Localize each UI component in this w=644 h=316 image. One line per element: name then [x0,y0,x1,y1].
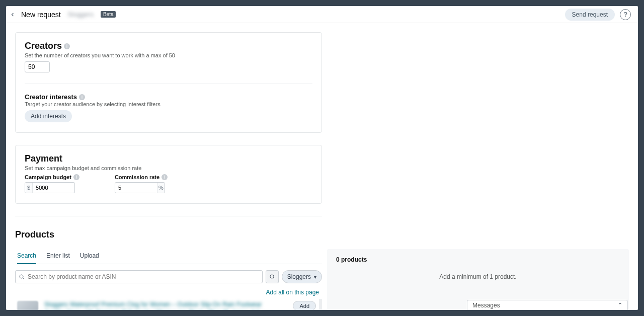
creators-heading-text: Creators [25,41,62,51]
body-area: Creators i Set the number of creators yo… [6,23,638,310]
brand-dropdown[interactable]: Sloggers ▾ [282,270,322,283]
product-search-input[interactable] [28,273,259,280]
commission-input[interactable] [115,185,157,191]
product-result-text: Sloggers Waterproof Premium Clog for Wom… [44,301,263,310]
topbar: New request Sloggers Beta Send request ? [6,6,638,23]
svg-line-1 [23,278,24,279]
tab-upload[interactable]: Upload [80,249,99,264]
selected-products-hint: Add a minimum of 1 product. [336,273,620,280]
creator-interests-heading-text: Creator interests [25,93,77,101]
products-tabs: Search Enter list Upload [15,249,322,264]
percent-suffix: % [157,183,165,193]
messages-drawer-tab[interactable]: Messages ⌃ [467,300,628,310]
products-left-panel: Search Enter list Upload Sloggers ▾ [15,249,322,310]
selected-products-count: 0 products [336,256,620,263]
search-button[interactable] [266,270,279,283]
commission-field: Commission rate i % [115,174,168,193]
page-title: New request [21,11,61,19]
info-icon[interactable]: i [64,43,70,49]
search-icon [19,274,25,280]
budget-field: Campaign budget i $ [25,174,79,193]
search-row: Sloggers ▾ [15,270,322,283]
budget-input[interactable] [33,185,74,191]
svg-line-3 [273,278,274,279]
add-all-link[interactable]: Add all on this page [266,289,319,296]
search-input-wrapper [15,270,263,283]
back-icon[interactable] [9,11,16,18]
add-all-row: Add all on this page [15,288,319,296]
creators-heading: Creators i [25,41,312,51]
product-title-link[interactable]: Sloggers Waterproof Premium Clog for Wom… [44,301,263,310]
budget-input-group: $ [25,182,75,193]
creators-card: Creators i Set the number of creators yo… [15,32,322,133]
creators-desc: Set the number of creators you want to w… [25,52,312,58]
tab-enter-list[interactable]: Enter list [46,249,70,264]
info-icon[interactable]: i [79,94,85,100]
search-icon [269,274,275,280]
product-thumbnail [17,301,38,310]
page-subtitle: Sloggers [68,11,94,18]
help-icon[interactable]: ? [620,9,631,20]
products-heading: Products [15,229,629,240]
chevron-down-icon: ▾ [314,274,316,280]
beta-badge: Beta [101,11,116,18]
currency-prefix: $ [25,183,33,193]
info-icon[interactable]: i [73,174,79,180]
divider [15,216,322,216]
commission-label: Commission rate [115,174,159,180]
creator-interests-heading: Creator interests i [25,93,312,101]
svg-point-0 [20,275,23,278]
budget-label: Campaign budget [25,174,71,180]
add-interests-button[interactable]: Add interests [25,110,72,122]
creators-count-input[interactable] [25,61,50,72]
payment-heading: Payment [25,153,312,164]
commission-input-group: % [115,182,165,193]
divider [25,84,312,84]
creator-interests-desc: Target your creator audience by selectin… [25,101,312,107]
send-request-button[interactable]: Send request [565,9,615,21]
add-product-button[interactable]: Add [293,301,316,310]
product-result-row: Sloggers Waterproof Premium Clog for Wom… [15,299,322,310]
messages-label: Messages [472,302,500,309]
svg-point-2 [270,275,274,278]
info-icon[interactable]: i [162,174,168,180]
payment-card: Payment Set max campaign budget and comm… [15,145,322,204]
chevron-up-icon: ⌃ [618,302,622,308]
payment-desc: Set max campaign budget and commission r… [25,165,312,171]
app-window: New request Sloggers Beta Send request ?… [6,6,638,310]
brand-dropdown-value: Sloggers [287,273,311,280]
tab-search[interactable]: Search [17,249,36,264]
